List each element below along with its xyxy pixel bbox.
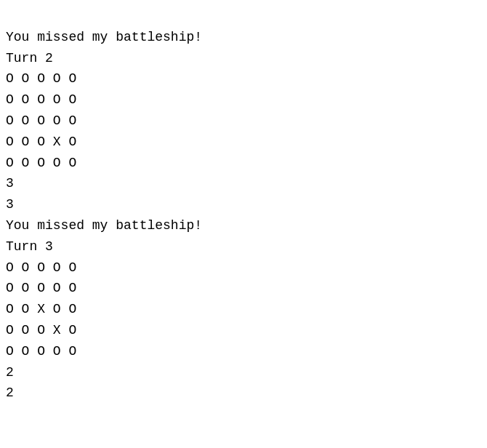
output-line: O O O O O [6, 153, 481, 174]
output-line: O O X O O [6, 299, 481, 320]
output-line: 2 [6, 362, 481, 383]
output-line: Turn 2 [6, 48, 481, 69]
output-line: O O O O O [6, 257, 481, 279]
output-line: Turn 3 [6, 236, 481, 257]
output-line: O O O O O [6, 68, 481, 89]
output-line: O O O O O [6, 341, 481, 362]
game-output: You missed my battleship!Turn 2O O O O O… [6, 6, 481, 404]
output-line: O O O O O [6, 278, 481, 299]
output-line: 3 [6, 173, 481, 194]
output-line: O O O X O [6, 320, 481, 341]
output-line: O O O X O [6, 132, 481, 153]
output-line: You missed my battleship! [6, 215, 481, 236]
output-line: 3 [6, 194, 481, 215]
output-line: 2 [6, 383, 481, 404]
output-line: O O O O O [6, 89, 481, 111]
output-line: You missed my battleship! [6, 27, 481, 48]
output-line: O O O O O [6, 111, 481, 132]
